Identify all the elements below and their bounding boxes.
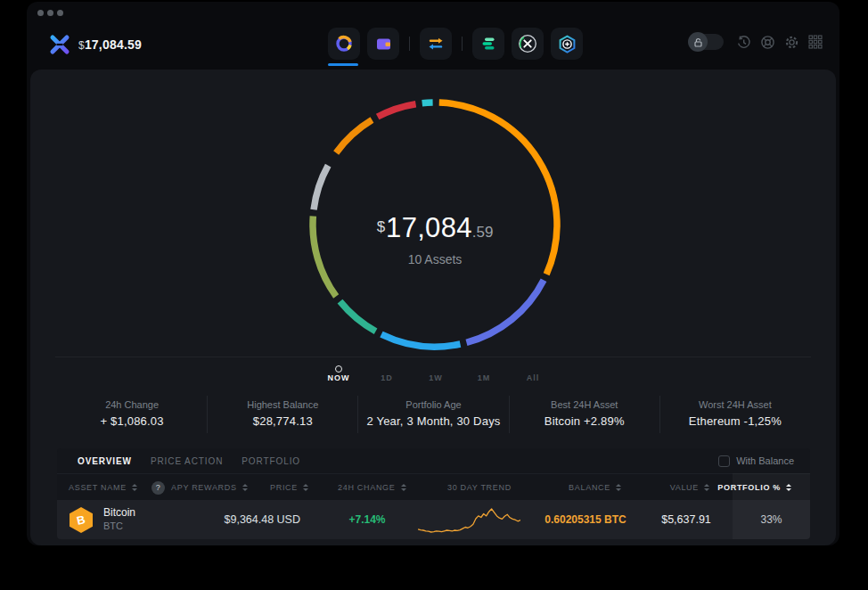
support-button[interactable] — [759, 34, 775, 50]
sort-icon[interactable] — [616, 484, 621, 491]
nav-compound-app-button[interactable] — [472, 28, 504, 60]
table-tabbar: OVERVIEW PRICE ACTION PORTFOLIO With Bal… — [57, 448, 810, 473]
wallet-icon — [374, 35, 393, 53]
table-header: ASSET NAME ? APY REWARDS PRICE 24H CHANG… — [57, 473, 810, 500]
total-balance: $17,084.59 — [78, 37, 142, 52]
column-apy-rewards[interactable]: ? APY REWARDS — [151, 474, 248, 501]
exodus-x-app-icon — [518, 34, 537, 53]
life-buoy-icon — [760, 35, 775, 50]
timeline-now-marker — [335, 365, 342, 373]
column-balance[interactable]: BALANCE — [543, 474, 621, 501]
app-window: $17,084.59 — [27, 2, 839, 545]
asset-name-cell: Bitcoin BTC — [103, 506, 135, 531]
portfolio-pct-cell: 33% — [733, 500, 810, 539]
column-price[interactable]: PRICE — [235, 474, 308, 501]
tab-price-action[interactable]: PRICE ACTION — [151, 456, 223, 466]
add-app-hexagon-icon — [558, 35, 577, 53]
bitcoin-icon: B — [70, 507, 93, 533]
apps-grid-button[interactable] — [807, 34, 823, 50]
portfolio-donut-icon — [335, 35, 353, 53]
asset-count: 10 Assets — [306, 252, 564, 266]
sort-icon[interactable] — [401, 484, 406, 491]
timeline-divider — [55, 356, 811, 357]
grid-icon — [808, 35, 823, 49]
column-30-day-trend: 30 DAY TREND — [447, 474, 512, 501]
total-value: $17,084.59 — [306, 212, 564, 244]
timeline-option-1m[interactable]: 1M — [478, 373, 491, 382]
donut-segment-asset-seagreen — [340, 301, 376, 332]
donut-segment-asset-darkorange — [336, 120, 372, 153]
table-row-bitcoin[interactable]: B Bitcoin BTC $9,364.48 USD +7.14% 0.602… — [57, 500, 810, 539]
timeline-option-1d[interactable]: 1D — [381, 373, 393, 382]
main-nav — [328, 28, 583, 60]
donut-segment-asset-indigo — [466, 280, 544, 342]
timeline-option-all[interactable]: All — [527, 373, 540, 382]
header-actions — [690, 34, 823, 50]
price-cell: $9,364.48 USD — [200, 500, 300, 539]
tab-portfolio[interactable]: PORTFOLIO — [242, 456, 300, 466]
compound-app-icon — [479, 35, 497, 53]
header-bar: $17,084.59 — [27, 21, 839, 70]
timeline-option-1w[interactable]: 1W — [429, 373, 443, 382]
brand: $17,084.59 — [48, 33, 142, 56]
with-balance-label: With Balance — [736, 455, 794, 466]
exchange-arrows-icon — [427, 35, 445, 53]
help-icon[interactable]: ? — [151, 481, 165, 495]
timeline-option-now[interactable]: NOW — [328, 373, 350, 382]
change-cell: +7.14% — [335, 500, 399, 539]
balance-cell: 0.60205315 BTC — [530, 500, 641, 539]
donut-segment-asset-red — [378, 104, 416, 117]
nav-portfolio-button[interactable] — [328, 28, 360, 60]
history-icon — [736, 35, 751, 50]
nav-wallet-button[interactable] — [367, 28, 399, 60]
stat-portfolio-age: Portfolio Age 2 Year, 3 Month, 30 Days — [357, 396, 508, 433]
donut-center-summary: $17,084.59 10 Assets — [306, 212, 564, 266]
nav-exchange-button[interactable] — [420, 28, 452, 60]
donut-segment-asset-cyan — [422, 102, 433, 103]
trend-sparkline — [418, 507, 520, 534]
currency-symbol: $ — [78, 39, 85, 52]
portfolio-panel: $17,084.59 10 Assets NOW 1D 1W 1M All 24… — [30, 70, 836, 545]
assets-table: OVERVIEW PRICE ACTION PORTFOLIO With Bal… — [57, 448, 810, 539]
with-balance-checkbox[interactable] — [718, 455, 730, 467]
donut-segment-asset-skyblue — [381, 334, 461, 347]
stats-row: 24h Change + $1,086.03 Highest Balance $… — [57, 396, 810, 433]
window-controls — [37, 10, 63, 16]
window-close-button[interactable] — [37, 10, 44, 16]
column-asset-name[interactable]: ASSET NAME — [69, 474, 137, 501]
nav-add-app-button[interactable] — [551, 28, 583, 60]
lock-icon — [693, 37, 703, 47]
column-24h-change[interactable]: 24H CHANGE — [338, 474, 406, 501]
exodus-logo-icon — [48, 33, 71, 56]
sort-icon[interactable] — [786, 484, 791, 491]
sort-icon[interactable] — [132, 484, 137, 491]
nav-active-indicator — [328, 63, 358, 66]
stat-worst-asset: Worst 24H Asset Ethereum -1,25% — [659, 396, 810, 433]
window-zoom-button[interactable] — [57, 10, 63, 16]
window-minimize-button[interactable] — [47, 10, 53, 16]
tab-overview[interactable]: OVERVIEW — [78, 456, 132, 466]
sort-icon[interactable] — [303, 484, 308, 491]
value-cell: $5,637.91 — [636, 500, 736, 539]
sort-icon[interactable] — [704, 484, 709, 491]
with-balance-filter[interactable]: With Balance — [718, 448, 794, 473]
history-button[interactable] — [735, 34, 751, 50]
privacy-lock-toggle[interactable] — [690, 34, 724, 50]
nav-exodus-x-app-button[interactable] — [512, 28, 544, 60]
stat-highest-balance: Highest Balance $28,774.13 — [207, 396, 357, 433]
donut-segment-asset-silver — [314, 166, 328, 210]
nav-divider — [409, 37, 410, 51]
lock-toggle-knob — [688, 32, 708, 52]
nav-divider — [462, 37, 463, 51]
stat-best-asset: Best 24H Asset Bitcoin +2.89% — [509, 396, 659, 433]
column-portfolio-pct[interactable]: PORTFOLIO % — [718, 474, 791, 501]
settings-button[interactable] — [783, 34, 799, 50]
column-value[interactable]: VALUE — [641, 474, 709, 501]
stat-24h-change: 24h Change + $1,086.03 — [57, 396, 207, 433]
gear-icon — [784, 35, 799, 50]
